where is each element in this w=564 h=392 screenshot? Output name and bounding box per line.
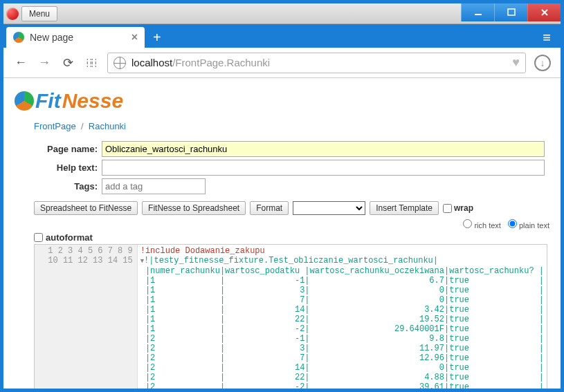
globe-icon — [113, 57, 126, 69]
insert-template-button[interactable]: Insert Template — [370, 201, 439, 215]
breadcrumb: FrontPage / Rachunki — [34, 121, 549, 131]
spreadsheet-to-fitnesse-button[interactable]: Spreadsheet to FitNesse — [34, 201, 138, 215]
code-editor[interactable]: 1 2 3 4 5 6 7 8 9 10 11 12 13 14 15 !inc… — [34, 244, 547, 389]
tags-input[interactable] — [102, 178, 206, 194]
reload-button[interactable]: ⟳ — [60, 55, 75, 71]
fitnesse-logo: FitNesse — [15, 89, 549, 113]
logo-text-nesse: Nesse — [62, 89, 123, 113]
address-bar: ← → ⟳ ∷∷∷∷ localhost/FrontPage.Rachunki … — [3, 48, 561, 78]
editor-toolbar: Spreadsheet to FitNesse FitNesse to Spre… — [34, 201, 549, 230]
tab-menu-icon[interactable]: ≡ — [533, 27, 561, 48]
line-gutter: 1 2 3 4 5 6 7 8 9 10 11 12 13 14 15 — [35, 245, 138, 389]
page-name-input[interactable] — [102, 141, 545, 157]
download-button[interactable]: ↓ — [534, 55, 551, 71]
title-bar: Menu — [3, 3, 561, 24]
breadcrumb-root[interactable]: FrontPage — [34, 121, 76, 131]
help-text-label: Help text: — [34, 162, 98, 173]
breadcrumb-current[interactable]: Rachunki — [89, 121, 126, 131]
opera-icon — [6, 8, 19, 20]
plain-text-radio[interactable]: plain text — [508, 219, 549, 230]
menu-button[interactable]: Menu — [21, 6, 57, 21]
help-text-input[interactable] — [102, 160, 545, 176]
forward-button[interactable]: → — [37, 55, 52, 70]
tab-strip: New page × + ≡ — [3, 24, 561, 48]
logo-swirl-icon — [15, 91, 34, 111]
tab-title: New page — [30, 32, 126, 43]
tags-label: Tags: — [34, 181, 98, 192]
page-name-label: Page name: — [34, 144, 98, 154]
wrap-checkbox[interactable]: wrap — [443, 203, 473, 213]
tab-favicon-icon — [13, 32, 24, 43]
favorite-icon[interactable]: ♥ — [512, 55, 520, 70]
url-input[interactable]: localhost/FrontPage.Rachunki ♥ — [107, 53, 526, 73]
breadcrumb-sep: / — [81, 121, 84, 131]
autoformat-checkbox[interactable]: autoformat — [34, 232, 549, 243]
logo-text-fit: Fit — [35, 89, 61, 113]
close-button[interactable] — [527, 3, 561, 21]
template-select[interactable] — [293, 201, 365, 215]
new-tab-button[interactable]: + — [145, 27, 170, 48]
minimize-button[interactable] — [461, 3, 494, 21]
tab-close-icon[interactable]: × — [131, 31, 138, 44]
url-text: localhost/FrontPage.Rachunki — [131, 57, 270, 68]
speed-dial-icon[interactable]: ∷∷∷∷ — [84, 59, 99, 67]
code-content[interactable]: !include Dodawanie_zakupu ▼!|testy_fitne… — [138, 245, 547, 389]
svg-rect-0 — [475, 14, 482, 15]
svg-rect-1 — [508, 9, 515, 15]
rich-text-radio[interactable]: rich text — [463, 219, 501, 230]
maximize-button[interactable] — [494, 3, 527, 21]
back-button[interactable]: ← — [13, 55, 28, 70]
browser-tab[interactable]: New page × — [6, 27, 145, 48]
fitnesse-to-spreadsheet-button[interactable]: FitNesse to Spreadsheet — [142, 201, 246, 215]
format-button[interactable]: Format — [250, 201, 289, 215]
